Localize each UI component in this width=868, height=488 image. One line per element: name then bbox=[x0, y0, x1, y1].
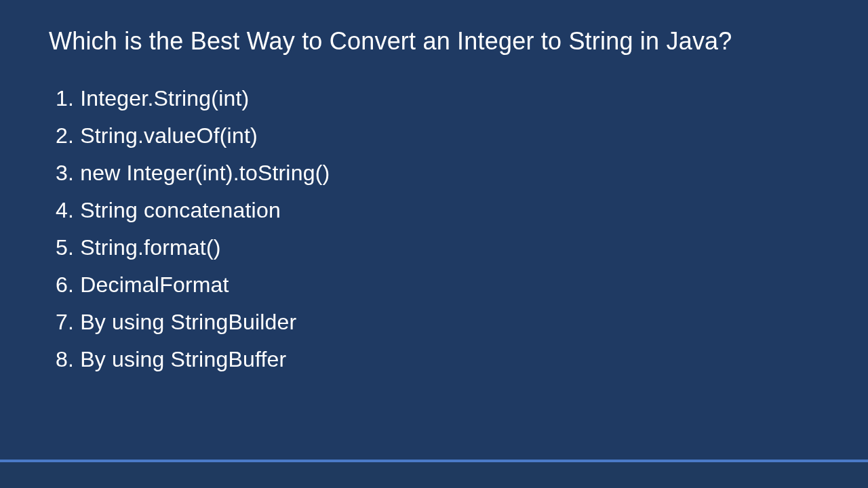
list-item: 8. By using StringBuffer bbox=[56, 341, 819, 378]
list-item: 5. String.format() bbox=[56, 229, 819, 266]
bottom-accent-bar bbox=[0, 460, 868, 488]
list-item: 7. By using StringBuilder bbox=[56, 304, 819, 341]
list-item: 3. new Integer(int).toString() bbox=[56, 155, 819, 192]
options-list: 1. Integer.String(int) 2. String.valueOf… bbox=[49, 80, 819, 378]
list-item: 2. String.valueOf(int) bbox=[56, 117, 819, 155]
slide-title: Which is the Best Way to Convert an Inte… bbox=[49, 27, 819, 56]
list-item: 4. String concatenation bbox=[56, 192, 819, 229]
list-item: 1. Integer.String(int) bbox=[56, 80, 819, 117]
slide-content: Which is the Best Way to Convert an Inte… bbox=[0, 0, 868, 405]
list-item: 6. DecimalFormat bbox=[56, 266, 819, 304]
